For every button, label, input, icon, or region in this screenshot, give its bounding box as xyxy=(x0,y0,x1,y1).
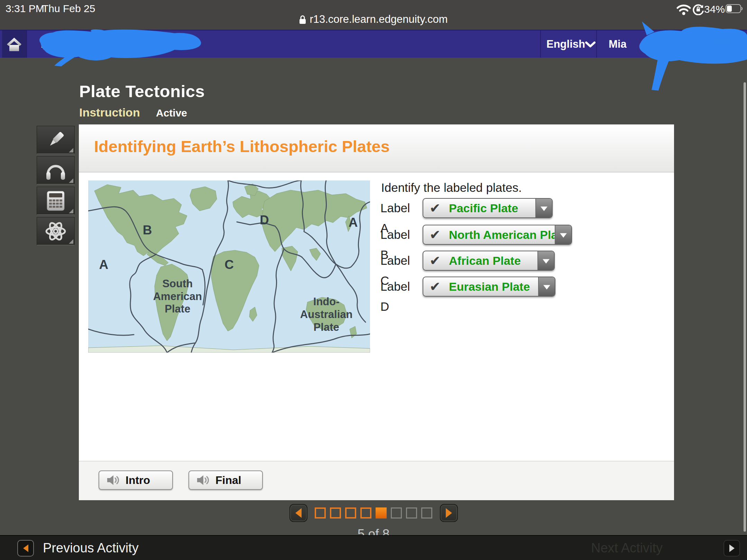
audio-tool-button[interactable] xyxy=(37,156,75,185)
navbar-divider xyxy=(596,30,597,58)
plate-map-image: A B C D A South American Plate Indo- Aus… xyxy=(88,180,370,353)
pagination-square-todo[interactable] xyxy=(421,507,432,519)
answer-value: Pacific Plate xyxy=(449,199,518,217)
calculator-tool-button[interactable] xyxy=(37,187,75,215)
previous-activity-label[interactable]: Previous Activity xyxy=(43,536,139,560)
map-text-south-american-plate: South American Plate xyxy=(153,278,202,316)
pagination-square-todo[interactable] xyxy=(391,507,402,519)
next-activity-arrow-icon xyxy=(729,544,735,552)
answer-value: Eurasian Plate xyxy=(449,277,530,296)
activity-nav-bar: Previous Activity Next Activity xyxy=(0,535,747,560)
map-label-b: B xyxy=(143,223,152,237)
dropdown-arrow-icon[interactable] xyxy=(535,199,552,217)
dropdown-arrow-icon[interactable] xyxy=(555,225,571,244)
highlighter-tool-button[interactable] xyxy=(37,126,75,154)
intro-audio-button[interactable]: Intro xyxy=(99,470,173,490)
map-label-a-left: A xyxy=(99,258,108,272)
user-menu[interactable]: Mia xyxy=(609,30,627,58)
url-text: r13.core.learn.edgenuity.com xyxy=(310,13,448,25)
science-tool-button[interactable] xyxy=(37,217,75,245)
speaker-icon xyxy=(197,475,210,486)
map-text-indo-australian-plate: Indo- Australian Plate xyxy=(300,296,353,334)
battery-icon xyxy=(726,4,743,13)
pagination-square-done[interactable] xyxy=(345,507,356,519)
activity-heading: Identifying Earth’s Lithospheric Plates xyxy=(94,137,390,156)
status-date: Thu Feb 25 xyxy=(42,3,95,15)
navbar-divider xyxy=(540,30,541,58)
intro-button-label: Intro xyxy=(126,474,150,487)
browser-url-bar[interactable]: r13.core.learn.edgenuity.com xyxy=(0,13,747,28)
https-lock-icon xyxy=(299,15,306,24)
tab-active[interactable]: Active xyxy=(156,107,187,119)
dropdown-arrow-icon[interactable] xyxy=(538,277,555,296)
correct-check-icon: ✔ xyxy=(430,225,441,244)
dropdown-arrow-icon[interactable] xyxy=(537,251,554,270)
app-root: 3:31 PM Thu Feb 25 34% r13.core.learn.ed… xyxy=(0,0,747,560)
answer-label: Label D xyxy=(380,277,410,297)
answer-label: Label C xyxy=(380,251,410,271)
answer-label: Label A xyxy=(380,198,410,218)
next-arrow-icon xyxy=(446,508,452,518)
answer-label: Label B xyxy=(380,225,410,245)
blue-scribble-left xyxy=(36,28,202,67)
answer-dropdown-a[interactable]: ✔ Pacific Plate xyxy=(423,198,553,218)
page-scrollbar[interactable] xyxy=(744,82,746,532)
blue-scribble-right xyxy=(636,19,747,102)
speaker-icon xyxy=(107,475,120,486)
status-clock: 3:31 PM xyxy=(6,3,44,15)
language-selector[interactable]: English xyxy=(546,30,585,58)
highlighter-icon xyxy=(46,130,66,150)
correct-check-icon: ✔ xyxy=(430,199,441,217)
ipad-status-bar: 3:31 PM Thu Feb 25 34% r13.core.learn.ed… xyxy=(0,0,747,30)
answer-value: North American Plate xyxy=(449,225,568,244)
activity-header: Identifying Earth’s Lithospheric Plates xyxy=(79,124,674,172)
covered-course-text: M xyxy=(41,30,49,58)
atom-icon xyxy=(45,221,66,242)
answer-dropdown-d[interactable]: ✔ Eurasian Plate xyxy=(423,277,555,297)
map-label-c: C xyxy=(224,258,234,272)
pagination-prev-button[interactable] xyxy=(289,504,307,522)
final-button-label: Final xyxy=(215,474,241,487)
answer-dropdown-b[interactable]: ✔ North American Plate xyxy=(423,225,572,245)
final-audio-button[interactable]: Final xyxy=(188,470,263,490)
pagination-square-done[interactable] xyxy=(360,507,371,519)
chevron-down-icon[interactable] xyxy=(585,41,596,48)
question-text: Identify the labeled plates. xyxy=(381,181,522,195)
pagination-next-button[interactable] xyxy=(440,504,458,522)
calculator-icon xyxy=(47,191,65,211)
edgenuity-navbar: M English Mia xyxy=(0,30,747,58)
pagination-square-done[interactable] xyxy=(315,507,326,519)
map-label-d: D xyxy=(260,213,269,227)
pagination-square-todo[interactable] xyxy=(406,507,417,519)
prev-activity-arrow-icon xyxy=(23,544,28,552)
map-label-a-right: A xyxy=(349,215,358,230)
course-title: Plate Tectonics xyxy=(79,82,205,101)
next-activity-button[interactable] xyxy=(723,540,740,557)
pagination-square-current[interactable] xyxy=(376,507,387,519)
activity-footer: Intro Final xyxy=(79,461,674,500)
answer-dropdown-c[interactable]: ✔ African Plate xyxy=(423,251,555,271)
prev-arrow-icon xyxy=(295,508,302,518)
correct-check-icon: ✔ xyxy=(430,277,441,296)
pagination-squares xyxy=(315,507,432,519)
previous-activity-button[interactable] xyxy=(17,540,34,557)
correct-check-icon: ✔ xyxy=(430,251,441,270)
activity-card: Identifying Earth’s Lithospheric Plates xyxy=(79,124,674,500)
next-activity-label[interactable]: Next Activity xyxy=(591,536,663,560)
pagination-square-done[interactable] xyxy=(330,507,341,519)
tab-instruction[interactable]: Instruction xyxy=(79,106,140,119)
headphones-icon xyxy=(45,160,66,180)
home-button[interactable] xyxy=(2,30,27,58)
answer-value: African Plate xyxy=(449,251,521,270)
home-icon xyxy=(7,37,22,52)
